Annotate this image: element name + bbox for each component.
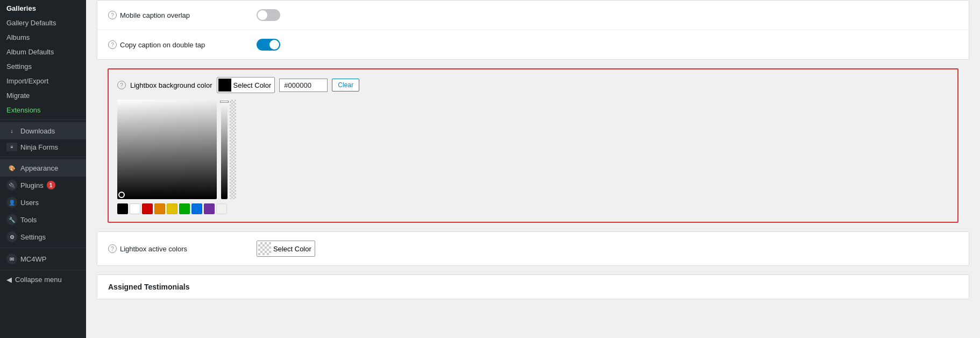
row-copy-caption: ? Copy caption on double tap — [97, 30, 969, 59]
brightness-slider-handle[interactable] — [220, 101, 229, 103]
sidebar-item-label: MC4WP — [20, 255, 46, 263]
sidebar-item-settings2[interactable]: ⚙ Settings — [0, 228, 86, 245]
select-color-button-active[interactable]: Select Color — [257, 241, 315, 257]
help-icon-active-colors[interactable]: ? — [108, 244, 117, 253]
row-label-active-colors: ? Lightbox active colors — [108, 244, 248, 253]
sidebar-item-label: Import/Export — [6, 77, 48, 85]
sidebar-item-label: Migrate — [6, 91, 30, 100]
color-swatch-active-preview — [258, 242, 271, 255]
color-hex-input[interactable] — [279, 79, 328, 92]
preset-orange[interactable] — [154, 203, 165, 214]
help-icon-copy[interactable]: ? — [108, 40, 117, 49]
sidebar-item-mc4wp[interactable]: ✉ MC4WP — [0, 250, 86, 267]
color-sliders — [221, 100, 236, 199]
sidebar-item-label: Users — [20, 199, 39, 207]
plugins-icon: 🔌 — [6, 180, 17, 191]
opacity-strip[interactable] — [230, 100, 236, 199]
row-mobile-caption-overlap: ? Mobile caption overlap — [97, 1, 969, 30]
main-content: ? Mobile caption overlap ? Copy caption … — [86, 0, 980, 338]
select-color-label-top: Select Color — [233, 81, 272, 89]
help-icon-color[interactable]: ? — [117, 81, 126, 89]
select-color-label-active: Select Color — [273, 245, 311, 253]
sidebar-divider — [0, 119, 86, 120]
settings-panel: ? Mobile caption overlap ? Copy caption … — [97, 0, 969, 60]
lightbox-active-colors-panel: ? Lightbox active colors Select Color — [97, 231, 969, 266]
sidebar-item-label: Appearance — [20, 164, 58, 172]
sidebar-galleries-header: Galleries — [0, 0, 86, 16]
sidebar-item-label: Album Defaults — [6, 48, 54, 56]
download-icon: ↓ — [6, 125, 17, 136]
preset-yellow[interactable] — [167, 203, 177, 214]
users-icon: 👤 — [6, 197, 17, 208]
sidebar-divider-4 — [0, 270, 86, 270]
sidebar-item-plugins[interactable]: 🔌 Plugins 1 — [0, 177, 86, 194]
appearance-icon: 🎨 — [6, 163, 17, 173]
sidebar: Galleries Gallery Defaults Albums Album … — [0, 0, 86, 338]
preset-purple[interactable] — [204, 203, 215, 214]
help-icon-mobile[interactable]: ? — [108, 11, 117, 19]
sidebar-item-import-export[interactable]: Import/Export — [0, 74, 86, 88]
sidebar-item-label: Tools — [20, 216, 37, 224]
toggle-knob — [258, 10, 267, 20]
tools-icon: 🔧 — [6, 214, 17, 225]
color-picker-widget — [117, 100, 949, 199]
sidebar-item-label: Settings — [6, 62, 32, 71]
lightbox-active-colors-label: Lightbox active colors — [120, 245, 187, 253]
color-swatch-preview — [218, 79, 231, 91]
sidebar-divider-3 — [0, 248, 86, 248]
assigned-testimonials-section: Assigned Testimonials — [97, 274, 969, 299]
sidebar-item-migrate[interactable]: Migrate — [0, 88, 86, 103]
preset-white[interactable] — [130, 203, 140, 214]
sidebar-item-settings[interactable]: Settings — [0, 59, 86, 74]
collapse-icon: ◀ — [6, 276, 12, 284]
picker-dot[interactable] — [118, 192, 125, 198]
sidebar-item-extensions[interactable]: Extensions — [0, 103, 86, 117]
color-gradient-area[interactable] — [117, 100, 217, 199]
preset-green[interactable] — [179, 203, 190, 214]
sidebar-item-label: Plugins — [20, 181, 44, 189]
mobile-caption-overlap-label: Mobile caption overlap — [120, 11, 190, 19]
assigned-testimonials-title: Assigned Testimonials — [108, 283, 958, 291]
sidebar-item-label: Collapse menu — [15, 276, 62, 284]
sidebar-item-collapse[interactable]: ◀ Collapse menu — [0, 272, 86, 287]
sidebar-item-label: Extensions — [6, 106, 41, 114]
sidebar-item-label: Ninja Forms — [20, 143, 58, 151]
lightbox-bg-color-label: Lightbox background color — [130, 81, 212, 89]
sidebar-item-label: Settings — [20, 233, 46, 241]
toggle-knob-2 — [269, 40, 279, 50]
sidebar-item-gallery-defaults[interactable]: Gallery Defaults — [0, 16, 86, 30]
row-label-mobile-caption: ? Mobile caption overlap — [108, 11, 248, 19]
mc4wp-icon: ✉ — [6, 254, 17, 264]
copy-caption-label: Copy caption on double tap — [120, 41, 205, 49]
color-row-header: ? Lightbox background color Select Color… — [117, 77, 949, 93]
preset-red[interactable] — [142, 203, 153, 214]
gradient-canvas — [117, 100, 217, 199]
plugins-badge: 1 — [47, 181, 55, 189]
forms-icon: ≡ — [6, 143, 17, 151]
clear-button[interactable]: Clear — [332, 79, 359, 91]
select-color-button-top[interactable]: Select Color — [217, 77, 275, 93]
row-lightbox-active-colors: ? Lightbox active colors Select Color — [97, 232, 969, 265]
sidebar-item-label: Albums — [6, 33, 30, 41]
sidebar-divider-2 — [0, 157, 86, 157]
mobile-caption-overlap-toggle[interactable] — [257, 9, 280, 21]
brightness-slider[interactable] — [221, 100, 228, 199]
preset-blue[interactable] — [191, 203, 202, 214]
lightbox-bg-color-section: ? Lightbox background color Select Color… — [108, 68, 958, 223]
sidebar-item-album-defaults[interactable]: Album Defaults — [0, 45, 86, 59]
sidebar-item-users[interactable]: 👤 Users — [0, 194, 86, 211]
preset-colors — [117, 203, 949, 214]
copy-caption-toggle[interactable] — [257, 39, 280, 51]
settings-icon: ⚙ — [6, 231, 17, 242]
preset-transparent[interactable] — [216, 203, 227, 214]
sidebar-item-ninja-forms[interactable]: ≡ Ninja Forms — [0, 139, 86, 154]
row-label-copy-caption: ? Copy caption on double tap — [108, 40, 248, 49]
sidebar-item-appearance[interactable]: 🎨 Appearance — [0, 159, 86, 177]
sidebar-item-label: Downloads — [20, 127, 55, 135]
sidebar-item-label: Gallery Defaults — [6, 19, 56, 27]
sidebar-item-downloads[interactable]: ↓ Downloads — [0, 122, 86, 139]
sidebar-item-tools[interactable]: 🔧 Tools — [0, 211, 86, 228]
preset-black[interactable] — [117, 203, 128, 214]
sidebar-item-albums[interactable]: Albums — [0, 30, 86, 45]
